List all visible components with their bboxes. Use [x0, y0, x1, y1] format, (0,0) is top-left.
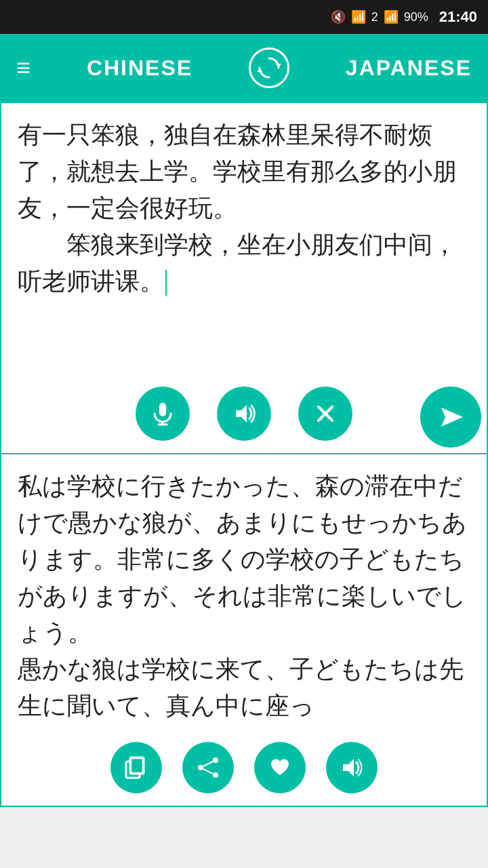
svg-marker-6	[441, 408, 463, 427]
share-button[interactable]	[182, 742, 234, 793]
input-panel: 有一只笨狼，独自在森林里呆得不耐烦了，就想去上学。学校里有那么多的小朋友，一定会…	[0, 102, 488, 454]
mute-icon: 🔇	[331, 9, 346, 24]
text-cursor	[165, 270, 167, 296]
tts-button[interactable]	[326, 742, 378, 793]
svg-line-13	[203, 762, 213, 766]
send-translate-button[interactable]	[420, 387, 481, 448]
signal-icon: 📶	[384, 9, 399, 24]
svg-point-11	[198, 765, 203, 770]
wifi-icon: 📶	[351, 9, 366, 24]
toolbar: ≡ CHINESE JAPANESE	[0, 34, 488, 102]
input-actions	[1, 387, 487, 441]
translated-text: 私は学校に行きたかった、森の滞在中だけで愚かな狼が、あまりにもせっかちあります。…	[18, 468, 470, 724]
notification-icon: 2	[371, 10, 378, 24]
like-button[interactable]	[254, 742, 306, 793]
clear-button[interactable]	[298, 387, 352, 441]
status-time: 21:40	[439, 8, 477, 26]
output-actions	[1, 742, 487, 793]
copy-button[interactable]	[110, 742, 162, 793]
svg-line-14	[203, 769, 213, 774]
menu-icon[interactable]: ≡	[16, 56, 30, 80]
speaker-button[interactable]	[217, 387, 271, 441]
svg-point-10	[213, 757, 218, 763]
source-text-area[interactable]: 有一只笨狼，独自在森林里呆得不耐烦了，就想去上学。学校里有那么多的小朋友，一定会…	[18, 117, 470, 361]
battery-indicator: 90%	[404, 10, 428, 24]
svg-marker-3	[236, 405, 247, 422]
svg-point-12	[213, 772, 218, 778]
microphone-button[interactable]	[136, 387, 190, 441]
svg-rect-0	[159, 403, 166, 416]
source-language-button[interactable]: CHINESE	[87, 56, 192, 81]
input-section: 有一只笨狼，独自在森林里呆得不耐烦了，就想去上学。学校里有那么多的小朋友，一定会…	[0, 102, 488, 454]
output-panel: 私は学校に行きたかった、森の滞在中だけで愚かな狼が、あまりにもせっかちあります。…	[0, 454, 488, 807]
status-bar: 🔇 📶 2 📶 90% 21:40	[0, 0, 488, 34]
swap-languages-button[interactable]	[249, 47, 289, 88]
svg-marker-15	[343, 759, 354, 776]
svg-rect-9	[131, 758, 143, 773]
target-language-button[interactable]: JAPANESE	[346, 56, 472, 81]
